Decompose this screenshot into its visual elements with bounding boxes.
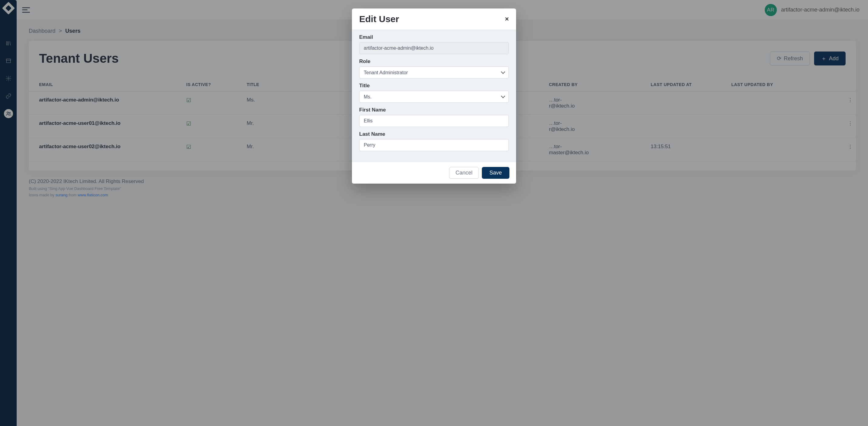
label-email: Email	[359, 34, 509, 40]
lastname-field[interactable]	[359, 139, 509, 151]
title-select[interactable]: Ms.	[359, 91, 509, 103]
save-button[interactable]: Save	[482, 167, 509, 179]
edit-user-modal: Edit User × Email Role Tenant Administra…	[352, 8, 516, 184]
role-select[interactable]: Tenant Administrator	[359, 66, 509, 79]
firstname-field[interactable]	[359, 115, 509, 127]
close-icon[interactable]: ×	[505, 15, 509, 23]
email-field[interactable]	[359, 42, 509, 54]
cancel-button[interactable]: Cancel	[449, 167, 479, 179]
label-title: Title	[359, 83, 509, 89]
label-lastname: Last Name	[359, 131, 509, 137]
label-role: Role	[359, 59, 509, 64]
modal-title: Edit User	[359, 14, 399, 24]
label-firstname: First Name	[359, 107, 509, 113]
